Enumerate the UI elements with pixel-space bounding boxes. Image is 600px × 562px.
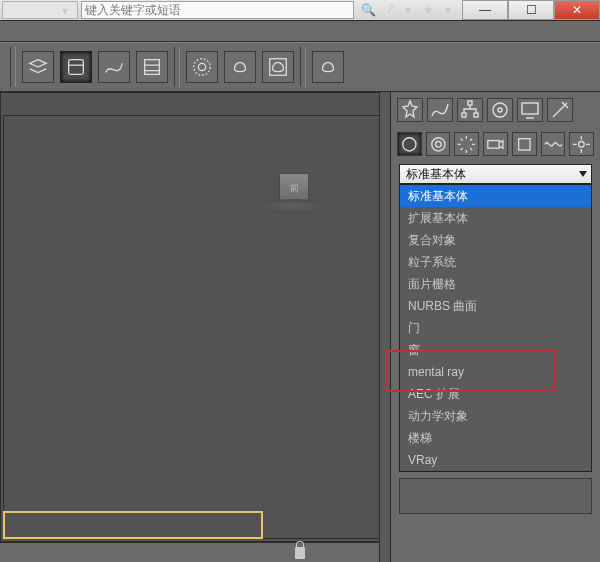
minimize-button[interactable]: —: [462, 0, 508, 20]
command-panel-tabs: [391, 92, 600, 126]
dope-sheet-icon[interactable]: [136, 51, 168, 83]
list-item[interactable]: VRay: [400, 449, 591, 471]
geometry-category-list[interactable]: 标准基本体 扩展基本体 复合对象 粒子系统 面片栅格 NURBS 曲面 门 窗 …: [399, 184, 592, 472]
lock-icon[interactable]: [295, 547, 305, 559]
viewport-area[interactable]: 前: [0, 92, 390, 542]
toolbar-divider: [174, 47, 180, 87]
list-item[interactable]: 门: [400, 317, 591, 339]
svg-point-13: [435, 141, 441, 147]
list-item[interactable]: 面片栅格: [400, 273, 591, 295]
svg-rect-10: [522, 103, 538, 114]
svg-point-2: [198, 63, 205, 70]
list-item[interactable]: NURBS 曲面: [400, 295, 591, 317]
search-placeholder: 键入关键字或短语: [85, 2, 181, 19]
list-item[interactable]: 复合对象: [400, 229, 591, 251]
star-icon[interactable]: ★: [420, 2, 436, 18]
viewport-frame: [3, 115, 387, 539]
svg-rect-15: [519, 138, 530, 149]
subtab-helpers[interactable]: [512, 132, 537, 156]
subtab-lights[interactable]: [454, 132, 479, 156]
render-icon[interactable]: [312, 51, 344, 83]
chevron-down-icon[interactable]: ▾: [440, 2, 456, 18]
list-item[interactable]: 标准基本体: [400, 185, 591, 207]
binoculars-icon[interactable]: 🔍: [360, 2, 376, 18]
search-input[interactable]: 键入关键字或短语: [81, 1, 354, 19]
menu-bar-area: [0, 20, 600, 42]
material-icon[interactable]: [224, 51, 256, 83]
list-item[interactable]: 扩展基本体: [400, 207, 591, 229]
view-cube[interactable]: 前: [259, 173, 329, 218]
list-item[interactable]: 窗: [400, 339, 591, 361]
chevron-down-icon: [579, 171, 587, 177]
tab-create[interactable]: [397, 98, 423, 122]
tab-modify[interactable]: [427, 98, 453, 122]
title-bar: ▾ 键入关键字或短语 🔍 ❔ ▾ ★ ▾ — ☐ ✕: [0, 0, 600, 20]
panel-scroll-gutter[interactable]: [379, 92, 391, 562]
subtab-cameras[interactable]: [483, 132, 508, 156]
list-item[interactable]: 动力学对象: [400, 405, 591, 427]
tab-display[interactable]: [517, 98, 543, 122]
svg-point-9: [498, 108, 502, 112]
svg-point-11: [403, 137, 416, 150]
layers-icon[interactable]: [22, 51, 54, 83]
list-item[interactable]: 楼梯: [400, 427, 591, 449]
toolbar-divider: [10, 47, 16, 87]
svg-point-8: [493, 103, 507, 117]
svg-rect-5: [468, 101, 472, 105]
subtab-shapes[interactable]: [426, 132, 451, 156]
svg-point-12: [431, 137, 444, 150]
schematic-icon[interactable]: [186, 51, 218, 83]
material-browser-icon[interactable]: [262, 51, 294, 83]
list-item[interactable]: mental ray: [400, 361, 591, 383]
svg-rect-1: [145, 60, 160, 75]
svg-point-16: [579, 141, 585, 147]
dropdown-icon[interactable]: ▾: [400, 2, 416, 18]
subtab-systems[interactable]: [569, 132, 594, 156]
object-type-rollout: [399, 478, 592, 514]
main-toolbar: [0, 42, 600, 92]
geometry-category-dropdown[interactable]: 标准基本体: [399, 164, 592, 184]
close-button[interactable]: ✕: [554, 0, 600, 20]
qat-icon[interactable]: ▾: [62, 4, 74, 16]
layer-manager-icon[interactable]: [60, 51, 92, 83]
tab-utilities[interactable]: [547, 98, 573, 122]
search-tool-icons: 🔍 ❔ ▾ ★ ▾: [360, 2, 456, 18]
maximize-button[interactable]: ☐: [508, 0, 554, 20]
svg-rect-0: [69, 60, 84, 75]
create-subtabs: [391, 126, 600, 160]
svg-rect-6: [462, 113, 466, 117]
subtab-geometry[interactable]: [397, 132, 422, 156]
list-item[interactable]: 粒子系统: [400, 251, 591, 273]
curve-editor-icon[interactable]: [98, 51, 130, 83]
svg-rect-7: [474, 113, 478, 117]
subtab-spacewarps[interactable]: [541, 132, 566, 156]
help-icon[interactable]: ❔: [380, 2, 396, 18]
toolbar-divider: [300, 47, 306, 87]
active-viewport-outline: [3, 511, 263, 539]
svg-point-3: [194, 59, 211, 76]
svg-rect-14: [488, 140, 499, 148]
dropdown-selected-label: 标准基本体: [406, 166, 466, 183]
tab-hierarchy[interactable]: [457, 98, 483, 122]
window-controls: — ☐ ✕: [462, 0, 600, 20]
command-panel: 标准基本体 标准基本体 扩展基本体 复合对象 粒子系统 面片栅格 NURBS 曲…: [390, 92, 600, 562]
list-item[interactable]: AEC 扩展: [400, 383, 591, 405]
view-cube-compass[interactable]: [259, 199, 329, 213]
tab-motion[interactable]: [487, 98, 513, 122]
quick-access: ▾: [2, 1, 78, 19]
